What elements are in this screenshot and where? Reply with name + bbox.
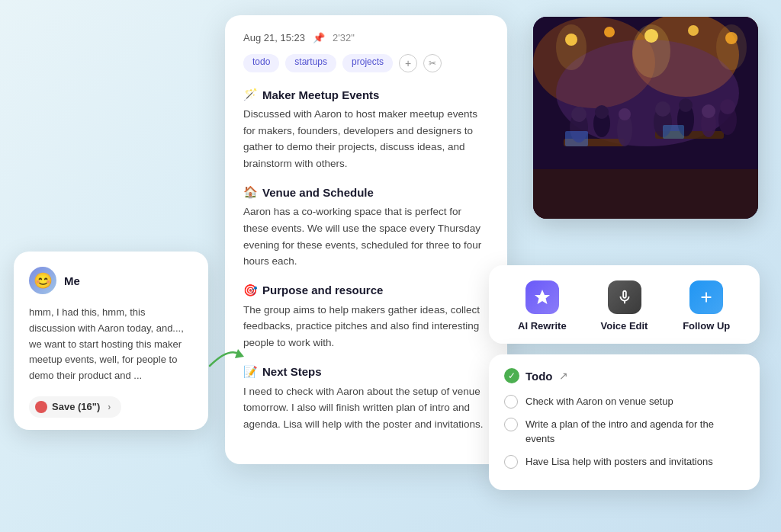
svg-rect-29 xyxy=(533,169,758,219)
section-next-steps: 📝 Next Steps I need to check with Aaron … xyxy=(243,365,489,433)
svg-point-16 xyxy=(571,107,587,122)
section-emoji-1: 🪄 xyxy=(243,88,258,101)
voice-edit-tool[interactable]: Voice Edit xyxy=(583,280,666,332)
section-venue: 🏠 Venue and Schedule Aaron has a co-work… xyxy=(243,185,489,269)
todo-text-1: Check with Aaron on venue setup xyxy=(525,394,673,409)
todo-checkbox-1[interactable] xyxy=(504,395,518,409)
voice-edit-icon xyxy=(608,280,641,314)
svg-point-18 xyxy=(595,105,609,119)
meta-row: Aug 21, 15:23 📌 2'32" xyxy=(243,32,489,43)
todo-item-3: Have Lisa help with posters and invitati… xyxy=(504,454,744,470)
ai-tools-card: AI Rewrite Voice Edit Follow Up xyxy=(489,265,760,344)
section-body-2: Aaron has a co-working space that is per… xyxy=(243,204,489,269)
tag-tool-button[interactable]: ✂ xyxy=(423,54,442,72)
save-chevron-icon: › xyxy=(108,402,111,412)
svg-marker-0 xyxy=(235,349,244,358)
todo-title: Todo xyxy=(525,370,553,383)
section-emoji-2: 🏠 xyxy=(243,185,258,199)
voice-memo-card: 😊 Me hmm, I had this, hmm, this discussi… xyxy=(14,252,208,430)
todo-item-1: Check with Aaron on venue setup xyxy=(504,394,744,409)
section-title-2: 🏠 Venue and Schedule xyxy=(243,185,489,199)
section-body-3: The group aims to help makers gather ide… xyxy=(243,302,489,351)
ai-rewrite-icon xyxy=(525,280,559,314)
todo-checkbox-2[interactable] xyxy=(504,418,518,431)
tag-startups[interactable]: startups xyxy=(285,54,336,72)
voice-user-row: 😊 Me xyxy=(29,267,193,294)
svg-point-24 xyxy=(679,98,693,112)
section-title-3: 🎯 Purpose and resource xyxy=(243,284,489,297)
svg-rect-31 xyxy=(663,125,684,139)
voice-edit-label: Voice Edit xyxy=(601,320,648,332)
section-maker-meetup: 🪄 Maker Meetup Events Discussed with Aar… xyxy=(243,88,489,171)
todo-external-link-icon[interactable]: ↗ xyxy=(559,370,568,382)
section-emoji-3: 🎯 xyxy=(243,284,258,297)
tags-row: todo startups projects + ✂ xyxy=(243,54,489,72)
todo-header: ✓ Todo ↗ xyxy=(504,368,744,383)
arrow-connector xyxy=(206,335,244,373)
section-purpose: 🎯 Purpose and resource The group aims to… xyxy=(243,284,489,351)
section-title-4: 📝 Next Steps xyxy=(243,365,489,379)
ai-rewrite-label: AI Rewrite xyxy=(518,320,567,332)
section-body-1: Discussed with Aaron to host maker meetu… xyxy=(243,106,489,171)
image-placeholder xyxy=(533,17,758,219)
save-label: Save (16") xyxy=(52,401,100,412)
meta-date: Aug 21, 15:23 xyxy=(243,32,305,43)
tag-todo[interactable]: todo xyxy=(243,54,279,72)
tag-projects[interactable]: projects xyxy=(342,54,393,72)
follow-up-tool[interactable]: Follow Up xyxy=(665,280,747,332)
svg-point-28 xyxy=(720,99,735,114)
svg-rect-30 xyxy=(565,131,588,146)
todo-card: ✓ Todo ↗ Check with Aaron on venue setup… xyxy=(489,354,760,490)
meta-duration: 2'32" xyxy=(333,32,355,43)
svg-point-22 xyxy=(655,101,670,117)
pin-icon: 📌 xyxy=(313,32,325,43)
follow-up-icon xyxy=(689,280,723,314)
maker-meetup-image xyxy=(533,17,758,219)
todo-checkbox-3[interactable] xyxy=(504,455,518,469)
svg-point-20 xyxy=(619,108,631,120)
section-emoji-4: 📝 xyxy=(243,365,258,379)
section-body-4: I need to check with Aaron about the set… xyxy=(243,383,489,433)
add-tag-button[interactable]: + xyxy=(399,54,417,72)
svg-point-6 xyxy=(604,27,615,37)
svg-point-10 xyxy=(556,24,587,70)
todo-text-3: Have Lisa help with posters and invitati… xyxy=(525,454,713,470)
svg-point-11 xyxy=(632,24,670,78)
svg-point-26 xyxy=(702,104,715,118)
user-avatar: 😊 xyxy=(29,267,56,294)
svg-point-12 xyxy=(716,24,747,70)
save-dot-icon xyxy=(35,401,47,413)
user-name: Me xyxy=(64,274,80,287)
todo-check-icon: ✓ xyxy=(504,368,519,383)
todo-text-2: Write a plan of the intro and agenda for… xyxy=(525,417,744,447)
main-notes-card: Aug 21, 15:23 📌 2'32" todo startups proj… xyxy=(225,15,507,464)
follow-up-label: Follow Up xyxy=(683,320,730,332)
section-title-1: 🪄 Maker Meetup Events xyxy=(243,88,489,101)
voice-text: hmm, I had this, hmm, this discussion wi… xyxy=(29,305,193,384)
todo-item-2: Write a plan of the intro and agenda for… xyxy=(504,417,744,447)
save-button[interactable]: Save (16") › xyxy=(29,396,121,418)
ai-rewrite-tool[interactable]: AI Rewrite xyxy=(501,280,583,332)
svg-point-8 xyxy=(688,25,699,36)
